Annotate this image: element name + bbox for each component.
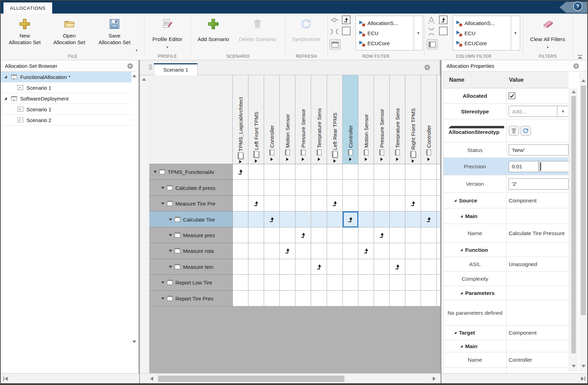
matrix-cell[interactable] (295, 291, 311, 306)
browser-hscrollbar[interactable] (1, 373, 139, 384)
matrix-cell[interactable] (233, 275, 248, 290)
row-filter-dropdown[interactable]: ▼ (414, 16, 423, 50)
matrix-cell[interactable] (280, 275, 295, 290)
matrix-cell[interactable] (358, 275, 374, 290)
collapse-row-icon[interactable] (169, 250, 172, 252)
scroll-up-icon[interactable] (581, 79, 586, 82)
group-expander-icon[interactable] (448, 126, 504, 128)
collapse-row-icon[interactable] (169, 234, 172, 236)
matrix-cell[interactable] (248, 180, 264, 195)
matrix-row-header[interactable]: TPMS_FunctionalAr (149, 164, 233, 180)
matrix-cell[interactable] (248, 211, 264, 227)
matrix-cell[interactable] (248, 259, 264, 275)
matrix-cell[interactable] (280, 180, 295, 195)
group-expander-icon[interactable] (454, 199, 456, 202)
column-filter-dropdown[interactable]: ▼ (511, 16, 520, 50)
collapse-row-icon[interactable] (161, 297, 165, 300)
matrix-cell[interactable] (421, 227, 437, 243)
matrix-cell[interactable] (264, 164, 280, 180)
matrix-hscrollbar-thumb[interactable] (158, 376, 344, 382)
matrix-cell[interactable] (405, 259, 421, 275)
expand-column-icon[interactable] (271, 158, 273, 161)
matrix-cell[interactable] (390, 227, 405, 243)
matrix-cell[interactable] (437, 227, 440, 243)
matrix-cell[interactable] (264, 275, 280, 290)
matrix-cell[interactable] (280, 196, 295, 211)
browser-scroll-up-icon[interactable] (132, 74, 136, 77)
matrix-cell[interactable] (390, 196, 405, 211)
matrix-cell[interactable] (343, 275, 358, 290)
drag-handle-icon[interactable] (149, 65, 152, 70)
expand-column-icon[interactable] (396, 158, 399, 161)
matrix-cell[interactable] (437, 259, 440, 275)
matrix-cell[interactable] (405, 211, 421, 227)
matrix-cell[interactable] (295, 275, 311, 290)
matrix-cell[interactable] (311, 227, 327, 243)
scroll-left-icon[interactable] (150, 377, 153, 381)
matrix-cell[interactable] (295, 259, 311, 275)
expand-column-icon[interactable] (380, 158, 383, 161)
matrix-cell[interactable] (421, 180, 437, 195)
properties-table-scrollbar[interactable] (569, 88, 578, 372)
matrix-column-header[interactable]: Left Front TPMS (248, 75, 264, 164)
matrix-cell[interactable] (248, 164, 264, 180)
matrix-cell[interactable] (390, 243, 405, 259)
matrix-cell[interactable] (437, 211, 440, 227)
tree-item-scenario-1b[interactable]: ⇗ Scenario 1 (1, 104, 132, 115)
matrix-cell[interactable] (421, 164, 437, 180)
precision-edit-input[interactable] (539, 161, 569, 172)
matrix-cell[interactable] (390, 291, 405, 306)
scrollbar-thumb[interactable] (571, 96, 576, 353)
matrix-row-header[interactable]: Calculate Tire (149, 211, 233, 227)
matrix-column-header[interactable]: Controller (264, 75, 280, 164)
matrix-cell[interactable] (421, 211, 437, 227)
expand-column-icon[interactable] (333, 159, 336, 163)
matrix-cell[interactable] (327, 196, 343, 211)
matrix-cell[interactable] (248, 291, 264, 306)
matrix-cell[interactable] (233, 180, 248, 195)
matrix-cell[interactable] (437, 291, 440, 306)
profile-editor-button[interactable]: Profile Editor ▾ (146, 16, 188, 49)
property-text-input[interactable]: 'New' (509, 144, 569, 155)
column-filter-listbox[interactable]: AllocationS... ECU ECUCore (453, 16, 511, 50)
matrix-row-header[interactable]: Measure tem (149, 259, 233, 275)
show-row-components-button[interactable] (329, 39, 341, 49)
matrix-cell[interactable] (358, 211, 374, 227)
matrix-cell[interactable] (295, 211, 311, 227)
matrix-cell[interactable] (311, 211, 327, 227)
expand-column-icon[interactable] (302, 158, 304, 161)
matrix-cell[interactable] (233, 196, 248, 211)
matrix-hscrollbar[interactable] (140, 373, 440, 384)
scroll-down-icon[interactable] (581, 365, 586, 368)
matrix-cell[interactable] (264, 196, 280, 211)
matrix-cell[interactable] (280, 211, 295, 227)
matrix-column-header[interactable]: TPMS_LogicalArchitect (233, 75, 248, 164)
matrix-cell[interactable] (374, 196, 390, 211)
matrix-cell[interactable] (358, 227, 374, 243)
matrix-cell[interactable] (264, 259, 280, 275)
matrix-cell[interactable] (280, 259, 295, 275)
expand-column-icon[interactable] (286, 158, 289, 161)
matrix-cell[interactable] (327, 291, 343, 306)
row-filter-listbox[interactable]: AllocationS... ECU ECUCore (356, 16, 414, 50)
matrix-cell[interactable] (437, 196, 440, 211)
tree-item-scenario-2[interactable]: ⇗ Scenario 2 (1, 115, 132, 126)
matrix-cell[interactable] (280, 164, 295, 180)
properties-panel-menu-icon[interactable]: ▼ (573, 63, 579, 69)
matrix-column-header[interactable]: Temprature Sens (390, 75, 405, 164)
tab-scenario-1[interactable]: Scenario 1 (154, 63, 198, 75)
matrix-cell[interactable] (248, 196, 264, 211)
matrix-cell[interactable] (280, 243, 295, 259)
matrix-cell[interactable] (311, 291, 327, 306)
matrix-cell[interactable] (264, 211, 280, 227)
synchronize-button[interactable]: Synchronize (285, 16, 327, 46)
tree-expander-icon[interactable] (4, 97, 7, 100)
browser-panel-menu-icon[interactable]: ▼ (127, 63, 133, 69)
minimize-ribbon-button[interactable] (577, 55, 583, 59)
filter-item[interactable]: ECU (356, 28, 414, 38)
matrix-cell[interactable] (358, 291, 374, 306)
add-scenario-button[interactable]: Add Scenario (192, 16, 234, 46)
expand-column-icon[interactable] (428, 158, 430, 161)
matrix-cell[interactable] (405, 164, 421, 180)
precision-value-input[interactable]: 0.01 (509, 161, 539, 172)
